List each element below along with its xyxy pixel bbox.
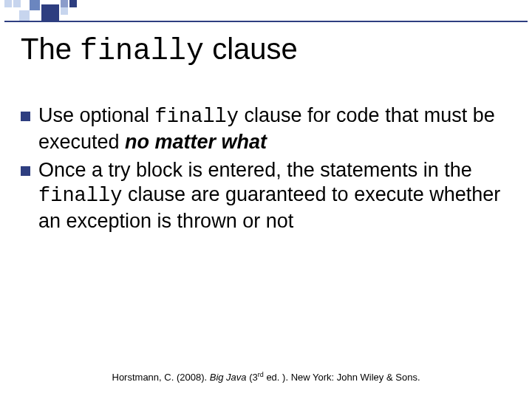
text-run-emph: no matter what [125,131,267,153]
citation-edition-sup: rd [258,371,264,378]
decorative-squares [0,0,532,22]
title-text-post: clause [204,33,298,65]
deco-square-icon [61,7,68,15]
deco-square-icon [61,0,68,7]
list-item: Use optional finally clause for code tha… [21,103,502,155]
horizontal-rule [4,21,528,22]
square-bullet-icon [21,166,30,176]
text-run-mono: finally [155,106,239,128]
deco-square-icon [69,0,77,7]
citation-edition-close: ed. ). New York: John Wiley & Sons. [264,372,420,383]
citation: Horstmann, C. (2008). Big Java (3rd ed. … [0,371,532,383]
bullet-text: Use optional finally clause for code tha… [38,103,502,155]
deco-square-icon [13,0,21,7]
list-item: Once a try block is entered, the stateme… [21,158,502,234]
citation-author: Horstmann, C. (2008). [112,372,210,383]
square-bullet-icon [21,112,30,121]
bullet-text: Once a try block is entered, the stateme… [38,158,502,234]
slide-body: Use optional finally clause for code tha… [21,103,502,237]
deco-square-icon [30,0,40,10]
slide-title: The finally clause [21,33,511,68]
deco-square-icon [41,4,59,21]
text-run-mono: finally [38,185,122,207]
title-text-pre: The [21,33,80,65]
text-run: Once a try block is entered, the stateme… [38,159,472,181]
citation-book: Big Java [210,372,247,383]
deco-square-icon [19,10,30,21]
deco-square-icon [4,0,12,7]
citation-edition-open: (3 [247,372,258,383]
title-text-mono: finally [80,35,204,68]
text-run: Use optional [38,104,155,126]
slide: The finally clause Use optional finally … [0,0,532,399]
